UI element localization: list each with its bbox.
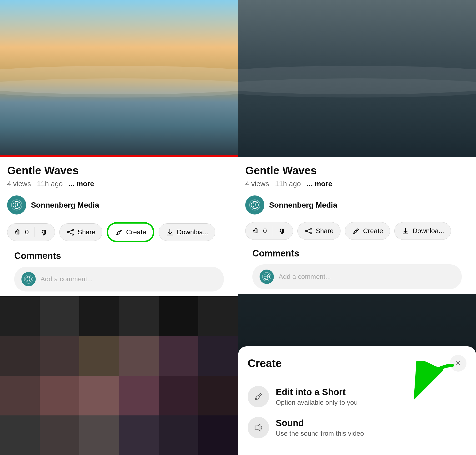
comments-title-right: Comments <box>252 248 462 259</box>
create-button-right[interactable]: Create <box>345 222 390 240</box>
bottom-sheet: Create × Edit into a Short Option availa… <box>238 346 476 455</box>
channel-name-right[interactable]: Sonnenberg Media <box>269 201 337 210</box>
bottom-content-left <box>0 296 238 455</box>
sound-text: Sound Use the sound from this video <box>276 418 364 437</box>
svg-point-21 <box>354 232 355 233</box>
video-title-right: Gentle Waves <box>245 164 469 177</box>
svg-rect-14 <box>256 229 257 233</box>
green-arrow <box>409 361 457 408</box>
edit-short-text: Edit into a Short Option available only … <box>276 387 358 406</box>
sound-icon <box>248 417 269 438</box>
comments-section-right: Comments Add a comment... <box>245 248 469 289</box>
comment-placeholder-left: Add a comment... <box>40 275 93 283</box>
video-info-right: Gentle Waves 4 views 11h ago ... more So… <box>238 157 476 294</box>
sound-subtitle: Use the sound from this video <box>276 430 364 437</box>
left-panel: Gentle Waves 4 views 11h ago ... more So… <box>0 0 238 455</box>
comments-section-left: Comments Add a comment... <box>7 251 231 292</box>
svg-rect-2 <box>18 230 19 234</box>
comments-title-left: Comments <box>14 251 224 261</box>
svg-point-6 <box>67 231 69 233</box>
svg-rect-3 <box>44 230 45 234</box>
video-info-left: Gentle Waves 4 views 11h ago ... more So… <box>0 157 238 296</box>
download-button-right[interactable]: Downloa... <box>394 222 451 240</box>
like-dislike-group-right[interactable]: 0 <box>245 222 293 240</box>
video-title-left: Gentle Waves <box>7 164 231 177</box>
like-button-right[interactable]: 0 <box>246 222 273 240</box>
svg-rect-15 <box>282 229 283 233</box>
video-thumbnail-left[interactable] <box>0 0 238 157</box>
svg-line-19 <box>307 229 310 231</box>
edit-short-icon <box>248 386 269 407</box>
channel-avatar-right[interactable] <box>245 195 264 214</box>
channel-row-right: Sonnenberg Media <box>245 195 469 214</box>
channel-name-left[interactable]: Sonnenberg Media <box>31 201 99 210</box>
sound-title: Sound <box>276 418 364 428</box>
video-meta-right: 4 views 11h ago ... more <box>245 180 469 188</box>
svg-point-17 <box>310 233 312 234</box>
comment-placeholder-right: Add a comment... <box>279 273 331 281</box>
video-thumbnail-right[interactable] <box>238 0 476 157</box>
action-bar-right: 0 Share <box>245 222 469 240</box>
dislike-button-right[interactable] <box>273 222 293 240</box>
comment-input-row-right[interactable]: Add a comment... <box>252 264 462 289</box>
download-button-left[interactable]: Downloa... <box>159 223 215 241</box>
svg-point-9 <box>117 233 118 234</box>
bottom-right-area: Create × Edit into a Short Option availa… <box>238 294 476 455</box>
svg-point-18 <box>306 230 307 232</box>
sheet-item-sound[interactable]: Sound Use the sound from this video <box>248 412 467 443</box>
create-button-left[interactable]: Create <box>107 222 154 242</box>
svg-line-8 <box>69 233 72 234</box>
action-bar-left: 0 Share <box>7 222 231 242</box>
like-dislike-group-left[interactable]: 0 <box>7 223 55 241</box>
channel-avatar-left[interactable] <box>7 195 26 214</box>
svg-point-5 <box>72 234 74 235</box>
edit-short-title: Edit into a Short <box>276 387 358 397</box>
video-meta-left: 4 views 11h ago ... more <box>7 180 231 188</box>
comment-input-row-left[interactable]: Add a comment... <box>14 267 224 292</box>
svg-line-7 <box>69 230 72 232</box>
share-button-left[interactable]: Share <box>59 223 102 241</box>
like-button-left[interactable]: 0 <box>7 224 34 241</box>
right-panel: Gentle Waves 4 views 11h ago ... more So… <box>238 0 476 455</box>
comment-avatar-left <box>21 272 36 286</box>
edit-short-subtitle: Option available only to you <box>276 399 358 406</box>
dislike-button-left[interactable] <box>35 224 55 241</box>
svg-point-4 <box>72 229 74 230</box>
svg-point-16 <box>310 228 312 229</box>
svg-point-24 <box>255 398 256 400</box>
svg-line-20 <box>307 231 310 233</box>
bottom-sheet-title: Create <box>248 357 282 370</box>
comment-avatar-right <box>260 269 274 284</box>
share-button-right[interactable]: Share <box>297 222 341 240</box>
channel-row-left: Sonnenberg Media <box>7 195 231 214</box>
